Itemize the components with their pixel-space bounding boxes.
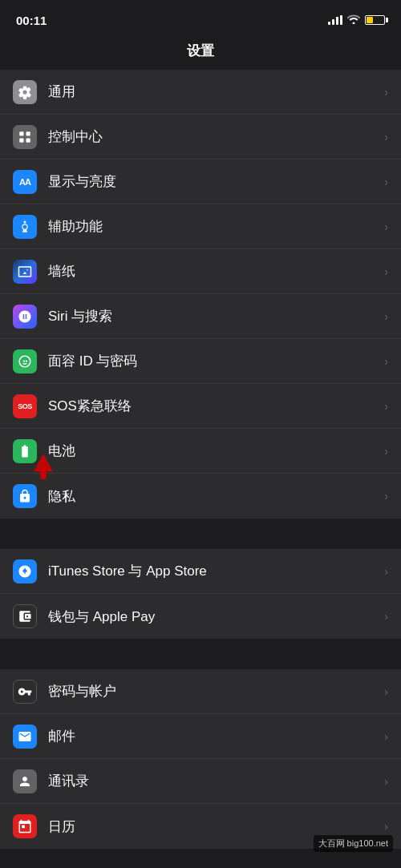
page-title: 设置	[0, 35, 401, 70]
display-icon: AA	[13, 170, 37, 194]
faceid-chevron: ›	[384, 355, 388, 368]
watermark: 大百网 big100.net	[314, 835, 393, 852]
settings-item-contacts[interactable]: 通讯录 ›	[0, 759, 401, 804]
passwords-chevron: ›	[384, 685, 388, 698]
faceid-icon	[13, 349, 37, 373]
sos-label: SOS紧急联络	[48, 397, 378, 415]
wifi-icon	[347, 14, 360, 26]
control-center-icon	[13, 125, 37, 149]
svg-rect-2	[19, 138, 23, 142]
battery-status-icon	[365, 15, 385, 25]
section-apps: 密码与帐户 › 邮件 › 通讯录 › 日历 ›	[0, 669, 401, 849]
settings-item-faceid[interactable]: 面容 ID 与密码 ›	[0, 339, 401, 384]
passwords-label: 密码与帐户	[48, 682, 378, 700]
settings-item-wallet[interactable]: 钱包与 Apple Pay ›	[0, 594, 401, 639]
battery-icon	[13, 439, 37, 463]
wallpaper-icon	[13, 260, 37, 284]
separator-2	[0, 640, 401, 669]
display-label: 显示与亮度	[48, 172, 378, 191]
appstore-label: iTunes Store 与 App Store	[48, 562, 378, 580]
faceid-label: 面容 ID 与密码	[48, 352, 378, 370]
mail-icon	[13, 725, 37, 749]
calendar-icon	[13, 814, 37, 838]
general-icon	[13, 80, 37, 104]
svg-rect-0	[19, 131, 23, 135]
battery-label: 电池	[48, 442, 378, 460]
settings-item-sos[interactable]: SOS SOS紧急联络 ›	[0, 384, 401, 429]
general-chevron: ›	[384, 86, 388, 99]
calendar-label: 日历	[48, 818, 378, 836]
settings-item-wallpaper[interactable]: 墙纸 ›	[0, 249, 401, 294]
privacy-icon	[13, 484, 37, 508]
passwords-icon	[13, 680, 37, 704]
display-chevron: ›	[384, 176, 388, 188]
svg-point-4	[24, 220, 26, 223]
control-center-label: 控制中心	[48, 127, 378, 146]
status-icons	[328, 14, 385, 26]
settings-item-accessibility[interactable]: 辅助功能 ›	[0, 204, 401, 249]
status-time: 00:11	[16, 14, 47, 27]
siri-chevron: ›	[384, 310, 388, 323]
appstore-icon	[13, 559, 37, 583]
settings-item-general[interactable]: 通用 ›	[0, 70, 401, 115]
bottom-spacer	[0, 850, 401, 868]
svg-rect-3	[26, 138, 30, 142]
settings-item-passwords[interactable]: 密码与帐户 ›	[0, 669, 401, 714]
signal-icon	[328, 15, 342, 25]
battery-chevron: ›	[384, 445, 388, 458]
settings-item-siri[interactable]: Siri 与搜索 ›	[0, 294, 401, 339]
section-general: 通用 › 控制中心 › AA 显示与亮度 › 辅助功能 › 墙纸 › Siri …	[0, 70, 401, 519]
appstore-chevron: ›	[384, 565, 388, 578]
calendar-chevron: ›	[384, 820, 388, 833]
accessibility-icon	[13, 215, 37, 239]
contacts-label: 通讯录	[48, 772, 378, 790]
status-bar: 00:11	[0, 0, 401, 35]
general-label: 通用	[48, 83, 378, 101]
mail-chevron: ›	[384, 730, 388, 743]
wallet-icon	[13, 604, 37, 628]
settings-item-display[interactable]: AA 显示与亮度 ›	[0, 159, 401, 204]
settings-item-appstore[interactable]: iTunes Store 与 App Store ›	[0, 549, 401, 594]
svg-rect-1	[26, 131, 30, 135]
settings-item-privacy[interactable]: 隐私 ›	[0, 474, 401, 519]
privacy-chevron: ›	[384, 490, 388, 503]
control-center-chevron: ›	[384, 131, 388, 143]
mail-label: 邮件	[48, 727, 378, 745]
accessibility-chevron: ›	[384, 220, 388, 233]
siri-icon	[13, 305, 37, 329]
contacts-chevron: ›	[384, 775, 388, 788]
wallpaper-label: 墙纸	[48, 262, 378, 281]
separator-1	[0, 520, 401, 549]
sos-chevron: ›	[384, 400, 388, 413]
siri-label: Siri 与搜索	[48, 307, 378, 325]
sos-icon: SOS	[13, 394, 37, 418]
accessibility-label: 辅助功能	[48, 217, 378, 236]
wallet-chevron: ›	[384, 610, 388, 623]
settings-item-control-center[interactable]: 控制中心 ›	[0, 115, 401, 159]
contacts-icon	[13, 769, 37, 793]
wallet-label: 钱包与 Apple Pay	[48, 608, 378, 626]
wallpaper-chevron: ›	[384, 265, 388, 278]
settings-item-battery[interactable]: 电池 ›	[0, 429, 401, 474]
settings-item-mail[interactable]: 邮件 ›	[0, 714, 401, 759]
section-store: iTunes Store 与 App Store › 钱包与 Apple Pay…	[0, 549, 401, 639]
privacy-label: 隐私	[48, 487, 378, 506]
